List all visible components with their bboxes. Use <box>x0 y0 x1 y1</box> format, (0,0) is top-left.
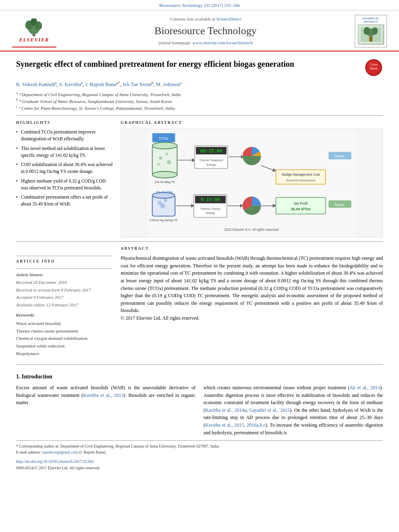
affiliation-a: a ᵃ Department of Civil Engineering, Reg… <box>16 91 383 98</box>
svg-point-19 <box>152 142 177 149</box>
author-kavitha[interactable]: S. Kavitha <box>59 82 81 88</box>
authors: R. Yukesh Kannaha, S. Kavithaa, J. Rajes… <box>16 81 383 88</box>
footnote-email: E-mail address: rajeshces@gmail.com (J. … <box>16 449 383 455</box>
article-info-column: ARTICLE INFO Article history: Received 2… <box>16 252 113 357</box>
keyword-5: Biopolymers <box>16 350 113 357</box>
graphical-abstract-column: GRAPHICAL ABSTRACT TCO₃ <box>121 120 383 237</box>
article-info-bottom-rule <box>16 268 113 269</box>
svg-point-20 <box>152 171 177 178</box>
svg-text:Economic Assessment: Economic Assessment <box>286 179 315 182</box>
highlights-heading: HIGHLIGHTS <box>16 120 113 125</box>
svg-point-46 <box>160 203 165 208</box>
main-content: Synergetic effect of combined pretreatme… <box>0 51 399 479</box>
email-link[interactable]: rajeshces@gmail.com <box>42 450 78 454</box>
journal-center: Contents lists available at ScienceDirec… <box>56 16 355 46</box>
separator <box>16 115 383 116</box>
svg-rect-8 <box>369 37 372 41</box>
journal-logo-right: GRAPHICAL ABSTRACT <box>355 15 387 47</box>
highlight-1: Combined TCO₃ pretreatment improves disi… <box>16 129 113 143</box>
journal-title: Bioresource Technology <box>56 24 355 38</box>
ref-kavitha2014a[interactable]: Kavitha et al., 2014a <box>205 407 246 413</box>
science-direct-link[interactable]: ScienceDirect <box>216 16 241 21</box>
svg-rect-18 <box>152 146 177 175</box>
author-kannah[interactable]: R. Yukesh Kannah <box>16 82 55 88</box>
intro-left-col: Excess amount of waste activated biosoli… <box>16 384 195 436</box>
highlight-5: Combinative pretreatment offers a net pr… <box>16 194 113 208</box>
article-title: Synergetic effect of combined pretreatme… <box>16 59 365 69</box>
author-banu[interactable]: J. Rajesh Banu <box>85 82 117 88</box>
separator-2 <box>16 241 383 242</box>
author-johnson[interactable]: M. Johnson <box>156 82 180 88</box>
affiliation-b: b ᵇ Graduate School of Water Resource, S… <box>16 98 383 105</box>
introduction-section: 1. Introduction Excess amount of waste a… <box>16 373 383 436</box>
article-info-heading: ARTICLE INFO <box>16 259 113 264</box>
article-history: Article history: Received 20 December 20… <box>16 271 113 308</box>
svg-text:2022 Elsevier B.V. All rights : 2022 Elsevier B.V. All rights reserved. <box>224 228 279 232</box>
keywords-list: Waste activated biosolids Thermo chemo o… <box>16 320 113 357</box>
intro-two-col: Excess amount of waste activated biosoli… <box>16 384 383 436</box>
svg-text:Cross: Cross <box>370 62 378 66</box>
journal-homepage: journal homepage: www.elsevier.com/locat… <box>56 40 355 46</box>
highlights-list: Combined TCO₃ pretreatment improves disi… <box>16 129 113 208</box>
svg-text:biogas: biogas <box>335 203 344 207</box>
doi-link[interactable]: http://dx.doi.org/10.1016/j.biortech.201… <box>16 459 94 464</box>
separator-3 <box>16 364 383 365</box>
svg-point-43 <box>152 193 175 198</box>
history-available: Available online 12 February 2017 <box>16 301 113 309</box>
science-direct-line: Contents lists available at ScienceDirec… <box>56 16 355 22</box>
journal-url[interactable]: www.elsevier.com/locate/biortech <box>193 40 253 45</box>
history-revised: Received in revised form 8 February 2017 <box>16 286 113 294</box>
svg-text:Thermo Treatment: Thermo Treatment <box>199 159 223 162</box>
crossmark-icon[interactable]: Cross Mark <box>365 59 383 77</box>
history-accepted: Accepted 9 February 2017 <box>16 294 113 301</box>
history-label: Article history: <box>16 271 113 279</box>
graphical-abstract-heading: GRAPHICAL ABSTRACT <box>121 120 383 125</box>
elsevier-name: ELSEVIER <box>19 37 49 43</box>
keyword-1: Waste activated biosolids <box>16 320 113 327</box>
svg-text:biogas: biogas <box>335 154 344 158</box>
intro-heading: 1. Introduction <box>16 373 383 381</box>
svg-text:Dosing: Dosing <box>206 211 215 215</box>
ref-gayathri2015[interactable]: Gayathri et al., 2015 <box>249 407 290 413</box>
highlight-4: Highest methane yield of 0.32 g COD/g CO… <box>16 178 113 192</box>
ref-ak2013[interactable]: Ak et al., 2013 <box>350 385 380 390</box>
ref-kavitha2015[interactable]: Kavitha et al., 2015, 2016a,b,c <box>205 422 265 428</box>
intro-right-col: which creates numerous environmental iss… <box>204 384 383 436</box>
highlight-2: This novel method aid solubilization at … <box>16 145 113 159</box>
affiliation-c: c ᶜ Centre for Plant Biotechnology, St. … <box>16 105 383 111</box>
elsevier-logo: ELSEVIER <box>12 14 56 47</box>
doi-url: http://dx.doi.org/10.1016/j.biortech.201… <box>16 458 383 465</box>
article-title-section: Synergetic effect of combined pretreatme… <box>16 59 383 77</box>
elsevier-tree-icon <box>20 18 48 37</box>
svg-text:0:15:00: 0:15:00 <box>201 197 220 203</box>
journal-cover-image <box>358 25 384 45</box>
doi-section: http://dx.doi.org/10.1016/j.biortech.201… <box>16 458 383 471</box>
abstract-column: ABSTRACT Physiochemical disintegration o… <box>121 246 383 357</box>
svg-text:Mark: Mark <box>370 66 378 70</box>
svg-text:35.49 $/Ton: 35.49 $/Ton <box>291 207 311 211</box>
graphical-abstract-image: TCO₃ 141.02 kj/kg TS <box>121 129 383 237</box>
highlights-column: HIGHLIGHTS Combined TCO₃ pretreatment im… <box>16 120 113 237</box>
svg-point-10 <box>372 27 378 35</box>
keyword-3: Chemical oxygen demand solubilization <box>16 335 113 342</box>
article-info-top-rule <box>16 256 113 256</box>
journal-citation: Bioresource Technology 232 (2017) 235–24… <box>159 3 240 8</box>
svg-point-45 <box>164 199 167 202</box>
abstract-text: Physiochemical disintegration of waste a… <box>121 255 383 322</box>
ref-kavitha2013[interactable]: Kavitha et al., 2013 <box>83 392 124 398</box>
keyword-2: Thermo chemo ozone pretreatment <box>16 327 113 335</box>
svg-text:00:25:00: 00:25:00 <box>200 148 222 154</box>
svg-point-22 <box>166 153 168 155</box>
keyword-4: Suspended solids reduction <box>16 342 113 350</box>
author-yeom[interactable]: Ick Tae Yeom <box>123 82 151 88</box>
svg-text:0.0012 mg O₃/mg VS: 0.0012 mg O₃/mg VS <box>150 218 177 222</box>
journal-header: ELSEVIER Contents lists available at Sci… <box>0 10 399 51</box>
history-received: Received 20 December 2016 <box>16 279 113 286</box>
svg-rect-57 <box>276 197 326 214</box>
svg-text:Net Profit: Net Profit <box>294 202 308 205</box>
journal-logo-title: GRAPHICAL ABSTRACT <box>357 17 385 24</box>
highlights-graphical-row: HIGHLIGHTS Combined TCO₃ pretreatment im… <box>16 120 383 237</box>
journal-citation-bar: Bioresource Technology 232 (2017) 235–24… <box>0 0 399 10</box>
svg-point-23 <box>167 160 171 164</box>
issn: 0960-8524/© 2017 Elsevier Ltd. All right… <box>16 465 383 471</box>
